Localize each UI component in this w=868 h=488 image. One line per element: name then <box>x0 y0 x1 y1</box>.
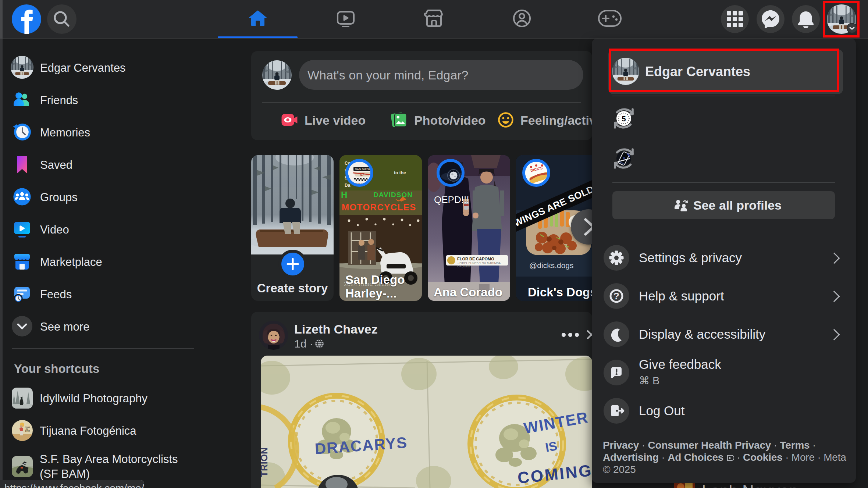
svg-text:TRION: TRION <box>261 447 270 477</box>
svg-text:Da: Da <box>345 183 351 188</box>
svg-text:OVER: OVER <box>25 430 30 432</box>
svg-text:H: H <box>341 190 347 200</box>
svg-text:SAN DIEGO: SAN DIEGO <box>355 168 371 171</box>
svg-text:DAVIDSON: DAVIDSON <box>373 191 413 199</box>
svg-text:?: ? <box>613 291 619 302</box>
svg-text:5: 5 <box>622 115 626 123</box>
svg-text:IS: IS <box>544 439 558 455</box>
svg-text:MOTORCYCLES: MOTORCYCLES <box>342 202 416 212</box>
svg-text:to the: to the <box>394 170 406 175</box>
